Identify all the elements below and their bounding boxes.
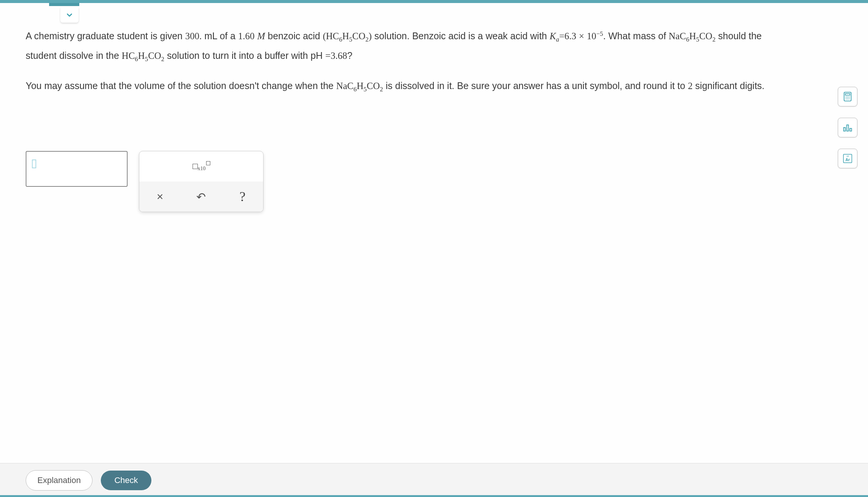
sigfig-count: 2 [688, 81, 693, 91]
text: . What mass of [603, 31, 669, 41]
calculator-icon [842, 91, 853, 102]
svg-point-2 [846, 97, 846, 97]
calculator-button[interactable] [838, 87, 857, 106]
answer-input[interactable]: ▯ [26, 151, 128, 187]
check-button[interactable]: Check [101, 471, 151, 490]
x10-label: x10 [198, 165, 206, 171]
ka-exponent: −5 [596, 30, 603, 37]
scientific-notation-button[interactable]: x10 [193, 161, 210, 172]
equals-2: = [325, 51, 331, 61]
ph-value: 3.68 [331, 51, 347, 61]
text: solution to turn it into a buffer with p… [164, 50, 325, 61]
formula-acid-2: HC6H5CO2 [122, 51, 164, 61]
mantissa-box-icon [193, 164, 198, 169]
formula-acid: HC6H5CO2 [326, 31, 368, 41]
svg-point-4 [849, 97, 849, 97]
formula-salt: NaC6H5CO2 [669, 31, 715, 41]
svg-rect-9 [847, 125, 849, 131]
text: mL of a [202, 31, 238, 41]
text: You may assume that the volume of the so… [26, 80, 336, 91]
svg-rect-8 [844, 128, 846, 131]
question-text: A chemistry graduate student is given 30… [26, 26, 785, 96]
ka-value: 6.3 [564, 31, 576, 41]
answer-area: ▯ x10 × ↶ ? [26, 151, 264, 212]
times: × [579, 31, 584, 41]
svg-point-5 [846, 98, 846, 99]
ka-symbol: Ka [550, 31, 559, 41]
active-tab-indicator [49, 3, 79, 6]
element-number: 18 [846, 155, 849, 157]
molar-symbol: M [257, 31, 265, 41]
svg-point-3 [847, 97, 848, 97]
undo-icon: ↶ [196, 190, 206, 203]
volume-value: 300. [185, 31, 202, 41]
x-icon: × [157, 190, 163, 203]
expand-toggle[interactable] [60, 8, 79, 23]
bottom-accent-bar [0, 495, 868, 497]
text: solution. Benzoic acid is a weak acid wi… [372, 31, 550, 41]
stats-button[interactable] [838, 118, 857, 137]
text: A chemistry graduate student is given [26, 31, 185, 41]
exponent-box-icon [206, 161, 210, 165]
svg-point-6 [847, 98, 848, 99]
undo-button[interactable]: ↶ [192, 187, 211, 206]
formula-salt-2: NaC6H5CO2 [336, 81, 383, 91]
periodic-table-button[interactable]: 18 Ar [838, 149, 857, 168]
chevron-down-icon [65, 11, 74, 19]
text: is dissolved in it. Be sure your answer … [383, 80, 688, 91]
svg-rect-1 [845, 94, 850, 95]
help-button[interactable]: ? [233, 187, 252, 206]
question-mark-icon: ? [239, 189, 245, 205]
top-accent-bar [0, 0, 868, 3]
equation-toolbox: x10 × ↶ ? [139, 151, 264, 212]
explanation-button[interactable]: Explanation [26, 470, 93, 491]
element-symbol: Ar [845, 158, 849, 162]
concentration-value: 1.60 [238, 31, 255, 41]
input-cursor-glyph: ▯ [31, 157, 37, 169]
equals: = [559, 31, 564, 41]
periodic-table-icon: 18 Ar [842, 153, 853, 164]
text: benzoic acid [265, 31, 323, 41]
footer-bar: Explanation Check [0, 463, 868, 497]
clear-button[interactable]: × [151, 187, 170, 206]
text: ? [347, 50, 352, 61]
bar-chart-icon [842, 122, 853, 133]
svg-point-7 [849, 98, 849, 99]
side-toolbar: 18 Ar [838, 87, 857, 168]
ten: 10 [587, 31, 596, 41]
paren-close: ) [368, 31, 372, 41]
svg-rect-10 [850, 128, 852, 131]
text: significant digits. [692, 80, 764, 91]
